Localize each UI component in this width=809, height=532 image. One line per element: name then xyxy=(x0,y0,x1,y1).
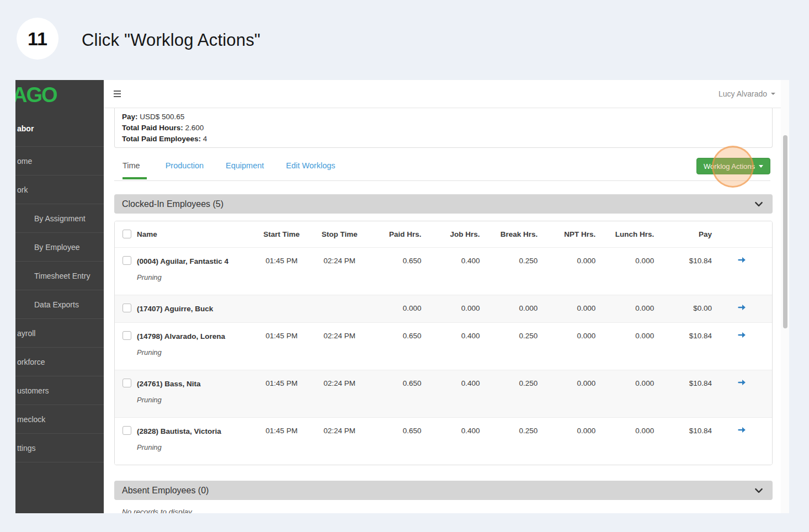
topbar: Lucy Alvarado xyxy=(104,80,789,108)
npt-hrs: 0.000 xyxy=(537,323,595,349)
hours-value: 2.600 xyxy=(183,124,204,132)
start-time: 01:45 PM xyxy=(253,418,311,444)
tab-time[interactable]: Time xyxy=(123,158,147,179)
chevron-down-icon xyxy=(754,486,764,496)
scrollbar-track xyxy=(781,80,789,513)
pay-amount: $10.84 xyxy=(654,323,712,349)
job-hrs: 0.400 xyxy=(422,248,480,274)
hamburger-icon[interactable] xyxy=(114,91,121,97)
lunch-hrs: 0.000 xyxy=(595,418,654,444)
employee-name: (24761) Bass, Nita xyxy=(137,379,201,389)
employees-label: Total Paid Employees: xyxy=(122,135,201,143)
job-hrs: 0.400 xyxy=(422,370,480,396)
employee-task: Pruning xyxy=(137,273,228,281)
row-checkbox[interactable] xyxy=(123,331,131,340)
table-row: (14798) Alvarado, Lorena Pruning 01:45 P… xyxy=(115,323,772,370)
step-title: Click "Worklog Actions" xyxy=(82,30,260,50)
row-detail-arrow-icon[interactable] xyxy=(737,377,747,389)
caret-down-icon xyxy=(771,93,775,95)
section-absent[interactable]: Absent Employees (0) xyxy=(114,481,773,500)
tabs-row: Time Production Equipment Edit Worklogs … xyxy=(114,158,770,181)
npt-hrs: 0.000 xyxy=(537,418,595,444)
select-all-checkbox[interactable] xyxy=(123,230,131,238)
col-npt-hrs: NPT Hrs. xyxy=(537,221,595,247)
sidebar-item-settings[interactable]: ttings xyxy=(15,434,104,462)
chevron-down-icon xyxy=(754,199,764,209)
start-time xyxy=(253,295,311,313)
sidebar-item-by-assignment[interactable]: By Assignment xyxy=(15,204,104,233)
sidebar-item-customers[interactable]: ustomers xyxy=(15,376,104,405)
paid-hrs: 0.650 xyxy=(369,370,422,396)
row-detail-arrow-icon[interactable] xyxy=(737,330,747,342)
col-lunch-hrs: Lunch Hrs. xyxy=(595,221,654,247)
table-header-row: Name Start Time Stop Time Paid Hrs. Job … xyxy=(115,221,772,248)
row-checkbox[interactable] xyxy=(123,379,131,387)
tab-edit-worklogs[interactable]: Edit Worklogs xyxy=(286,158,338,178)
stop-time: 02:24 PM xyxy=(311,323,369,349)
col-stop-time: Stop Time xyxy=(311,221,369,247)
start-time: 01:45 PM xyxy=(253,370,311,396)
section-clocked-in[interactable]: Clocked-In Employees (5) xyxy=(114,194,773,214)
row-checkbox[interactable] xyxy=(123,426,131,435)
row-detail-arrow-icon[interactable] xyxy=(737,425,747,437)
col-break-hrs: Break Hrs. xyxy=(480,221,537,247)
summary-hours: Total Paid Hours: 2.600 xyxy=(122,123,765,134)
row-detail-arrow-icon[interactable] xyxy=(737,302,747,314)
job-hrs: 0.400 xyxy=(422,418,480,444)
job-hrs: 0.400 xyxy=(422,323,480,349)
employee-task: Pruning xyxy=(137,443,221,451)
col-start-time: Start Time xyxy=(253,221,311,247)
lunch-hrs: 0.000 xyxy=(595,295,654,321)
sidebar-item-workforce[interactable]: orkforce xyxy=(15,348,104,376)
scrollbar-thumb[interactable] xyxy=(783,135,787,328)
paid-hrs: 0.000 xyxy=(369,295,422,321)
break-hrs: 0.250 xyxy=(480,248,537,274)
app-window: AGO abor ome ork By Assignment By Employ… xyxy=(15,80,789,513)
table-row: (17407) Aguirre, Buck 0.000 0.000 0.000 … xyxy=(115,295,772,323)
clocked-in-table: Name Start Time Stop Time Paid Hrs. Job … xyxy=(114,221,773,465)
tabs: Time Production Equipment Edit Worklogs xyxy=(114,158,339,178)
summary-pay: Pay: USD$ 500.65 xyxy=(122,111,765,123)
worklog-actions-button[interactable]: Worklog Actions xyxy=(696,158,770,174)
break-hrs: 0.250 xyxy=(480,418,537,444)
npt-hrs: 0.000 xyxy=(537,370,595,396)
paid-hrs: 0.650 xyxy=(369,323,422,349)
sidebar: AGO abor ome ork By Assignment By Employ… xyxy=(15,80,104,513)
col-pay: Pay xyxy=(654,221,712,247)
sidebar-item-by-employee[interactable]: By Employee xyxy=(15,233,104,262)
employees-value: 4 xyxy=(201,135,207,143)
lunch-hrs: 0.000 xyxy=(595,323,654,349)
tab-production[interactable]: Production xyxy=(166,158,207,178)
sidebar-item-home[interactable]: ome xyxy=(15,147,104,175)
npt-hrs: 0.000 xyxy=(537,295,595,321)
lunch-hrs: 0.000 xyxy=(595,370,654,396)
break-hrs: 0.250 xyxy=(480,323,537,349)
pay-amount: $10.84 xyxy=(654,248,712,274)
start-time: 01:45 PM xyxy=(253,323,311,349)
start-time: 01:45 PM xyxy=(253,248,311,274)
sidebar-item-timesheet-entry[interactable]: Timesheet Entry xyxy=(15,262,104,290)
stop-time: 02:24 PM xyxy=(311,418,369,444)
break-hrs: 0.250 xyxy=(480,370,537,396)
table-row: (2828) Bautista, Victoria Pruning 01:45 … xyxy=(115,418,772,465)
pay-summary-panel: Pay: USD$ 500.65 Total Paid Hours: 2.600… xyxy=(114,108,773,148)
employee-name: (14798) Alvarado, Lorena xyxy=(137,332,225,341)
employee-task: Pruning xyxy=(137,396,201,404)
sidebar-item-timeclock[interactable]: meclock xyxy=(15,405,104,434)
no-records-text: No records to display xyxy=(114,508,770,513)
user-menu[interactable]: Lucy Alvarado xyxy=(718,89,775,98)
sidebar-item-labor[interactable]: abor xyxy=(15,110,104,147)
sidebar-item-data-exports[interactable]: Data Exports xyxy=(15,290,104,319)
row-detail-arrow-icon[interactable] xyxy=(737,255,747,267)
col-name: Name xyxy=(137,230,157,238)
app-logo: AGO xyxy=(15,80,104,110)
row-checkbox[interactable] xyxy=(123,304,131,312)
table-row: (24761) Bass, Nita Pruning 01:45 PM 02:2… xyxy=(115,370,772,418)
sidebar-item-payroll[interactable]: ayroll xyxy=(15,319,104,348)
sidebar-item-work[interactable]: ork xyxy=(15,175,104,204)
tab-equipment[interactable]: Equipment xyxy=(226,158,267,178)
row-checkbox[interactable] xyxy=(123,256,131,265)
user-name: Lucy Alvarado xyxy=(718,89,767,98)
hours-label: Total Paid Hours: xyxy=(122,124,183,132)
pay-amount: $10.84 xyxy=(654,418,712,444)
